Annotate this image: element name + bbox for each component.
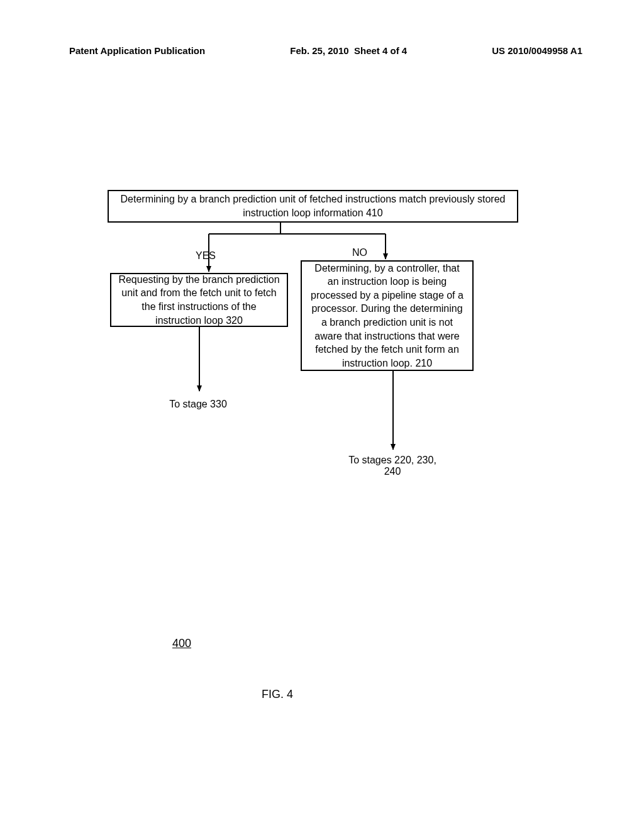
flow-box-210: Determining, by a controller, that an in… [301,260,474,371]
flow-box-210-text: Determining, by a controller, that an in… [308,262,466,370]
edge-label-no: NO [351,247,369,258]
flow-box-410: Determining by a branch prediction unit … [108,190,518,223]
flow-box-320: Requesting by the branch prediction unit… [110,273,288,327]
flow-box-410-text: Determining by a branch prediction unit … [115,192,511,219]
downstream-to-330: To stage 330 [154,399,242,410]
figure-caption: FIG. 4 [262,688,293,701]
header-sheet: Sheet 4 of 4 [354,45,407,56]
header-date-sheet: Feb. 25, 2010 Sheet 4 of 4 [290,45,407,56]
downstream-to-220: To stages 220, 230, 240 [342,455,443,477]
figure-number: 400 [172,637,191,650]
header-pubnumber: US 2010/0049958 A1 [492,45,582,56]
flow-box-320-text: Requesting by the branch prediction unit… [118,273,280,327]
header-publication: Patent Application Publication [69,45,205,56]
edge-label-yes: YES [194,250,217,262]
flow-arrows [0,0,644,830]
header-date: Feb. 25, 2010 [290,45,348,56]
